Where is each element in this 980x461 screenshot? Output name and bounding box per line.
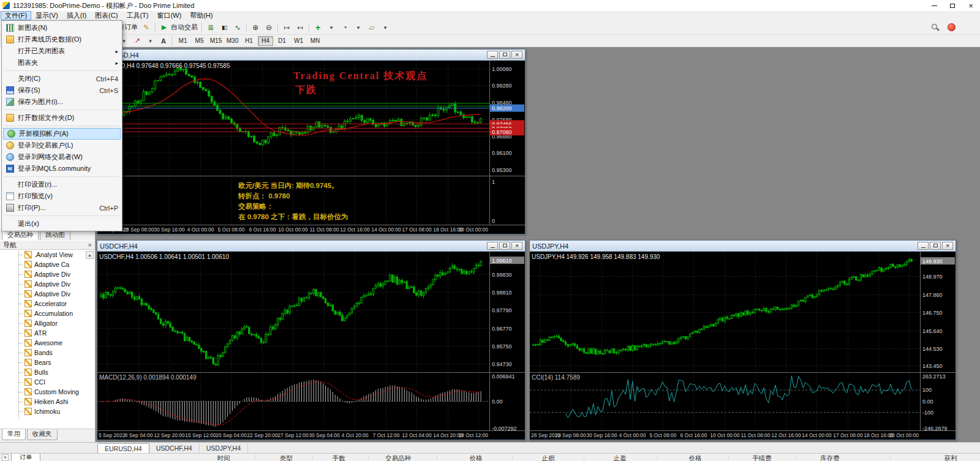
- timeframe-d1-button[interactable]: D1: [274, 36, 290, 46]
- chart-tab-usdjpy-h4[interactable]: USDJPY,H4: [200, 443, 248, 453]
- menu-item-0[interactable]: 文件(F): [1, 11, 31, 20]
- eurusd-chart[interactable]: 1.000800.992800.984800.976800.968800.961…: [97, 61, 525, 234]
- dropdown-arrow-button[interactable]: [144, 36, 157, 46]
- navigator-item[interactable]: Bulls: [0, 367, 95, 377]
- notification-badge-icon[interactable]: [948, 23, 956, 31]
- menu-item-5[interactable]: 窗口(W): [153, 11, 186, 20]
- restore-button[interactable]: [943, 0, 962, 11]
- chart-tab-eurusd-h4[interactable]: EURUSD,H4: [97, 443, 149, 453]
- chart-close-button[interactable]: [511, 51, 522, 59]
- navigator-item[interactable]: Ichimoku: [0, 407, 95, 416]
- file-menu-item-15[interactable]: 退出(x): [2, 218, 122, 230]
- metaeditor-button[interactable]: [140, 21, 153, 34]
- navigator-item[interactable]: .Analyst View: [0, 250, 95, 260]
- navigator-item[interactable]: Adaptive Ca: [0, 260, 95, 269]
- file-menu-item-10[interactable]: 登录到网络交易者(W): [2, 151, 122, 163]
- chart-close-button[interactable]: [942, 242, 953, 250]
- timeframe-m1-button[interactable]: M1: [175, 36, 190, 46]
- window-titlebar[interactable]: 112391985: DooPrime-Demo - 模拟帐户 - Doo Pr…: [0, 0, 980, 11]
- dropdown-arrow-button[interactable]: [379, 21, 392, 34]
- timeframe-m15-button[interactable]: M15: [208, 36, 224, 46]
- navigator-item[interactable]: ATR: [0, 328, 95, 338]
- usdjpy-window-titlebar[interactable]: USDJPY,H4: [530, 241, 956, 252]
- eurusd-chart-canvas[interactable]: 1.000800.992800.984800.976800.968800.961…: [97, 61, 525, 234]
- eurusd-window-titlebar[interactable]: EURUSD,H4: [97, 50, 525, 61]
- timeframe-h1-button[interactable]: H1: [241, 36, 257, 46]
- navigator-tab-0[interactable]: 常用: [2, 429, 26, 440]
- navigator-item[interactable]: Accelerator: [0, 299, 95, 309]
- navigator-close-button[interactable]: ×: [88, 242, 92, 249]
- scroll-up-button[interactable]: [86, 251, 94, 259]
- usdjpy-chart-canvas[interactable]: 148.970147.860146.750145.640144.530143.4…: [530, 252, 956, 440]
- timeframe-mn-button[interactable]: MN: [307, 36, 323, 46]
- menu-item-6[interactable]: 帮助(H): [186, 11, 217, 20]
- navigator-item[interactable]: Adaptive Div: [0, 279, 95, 289]
- chart-minimize-button[interactable]: [487, 242, 498, 250]
- file-menu-item-4[interactable]: 关闭(C)Ctrl+F4: [2, 73, 122, 84]
- chart-minimize-button[interactable]: [487, 51, 498, 59]
- usdchf-chart[interactable]: 0.998300.988100.977900.967700.957500.947…: [97, 252, 525, 440]
- navigator-item[interactable]: Custom Moving: [0, 387, 95, 397]
- navigator-item[interactable]: Adaptive Div: [0, 289, 95, 299]
- templates-button[interactable]: [365, 21, 379, 34]
- file-menu-item-6[interactable]: 保存为图片(i)...: [2, 96, 122, 108]
- timeframe-m30-button[interactable]: M30: [225, 36, 240, 46]
- dropdown-arrow-button[interactable]: [325, 21, 338, 34]
- file-menu-item-9[interactable]: 登录到交易账户(L): [2, 140, 122, 151]
- usdjpy-chart[interactable]: 148.970147.860146.750145.640144.530143.4…: [530, 252, 956, 440]
- navigator-item[interactable]: Bands: [0, 348, 95, 358]
- terminal-close-button[interactable]: [2, 454, 9, 461]
- zoom-in-button[interactable]: [249, 21, 262, 34]
- timeframe-m5-button[interactable]: M5: [192, 36, 207, 46]
- dropdown-arrow-button[interactable]: [352, 21, 365, 34]
- navigator-item[interactable]: Alligator: [0, 318, 95, 328]
- file-menu-item-14[interactable]: 打印(P)...Ctrl+P: [2, 202, 122, 214]
- menu-item-3[interactable]: 图表(C): [91, 11, 122, 20]
- line-chart-button[interactable]: [231, 21, 244, 34]
- auto-scroll-button[interactable]: [280, 21, 293, 34]
- indicators-button[interactable]: [311, 21, 325, 34]
- navigator-item[interactable]: Bears: [0, 358, 95, 367]
- file-menu-item-2[interactable]: 打开已关闭图表: [2, 45, 122, 57]
- menu-item-1[interactable]: 显示(V): [31, 11, 62, 20]
- file-menu-item-5[interactable]: 保存(S)Ctrl+S: [2, 84, 122, 96]
- usdchf-window-titlebar[interactable]: USDCHF,H4: [97, 241, 525, 252]
- file-menu-item-7[interactable]: 打开数据文件夹(D): [2, 112, 122, 124]
- file-menu-item-1[interactable]: 打开离线历史数据(O): [2, 34, 122, 45]
- chart-restore-button[interactable]: [930, 242, 941, 250]
- candlestick-chart-button[interactable]: [217, 21, 231, 34]
- menu-item-4[interactable]: 工具(T): [122, 11, 153, 20]
- navigator-item[interactable]: Awesome: [0, 338, 95, 348]
- file-menu-item-12[interactable]: 打印设置(r)...: [2, 179, 122, 190]
- navigator-item[interactable]: Accumulation: [0, 309, 95, 318]
- navigator-item[interactable]: Heiken Ashi: [0, 397, 95, 407]
- file-menu-item-13[interactable]: 打印预览(v): [2, 190, 122, 202]
- chart-restore-button[interactable]: [499, 51, 510, 59]
- timeframe-h4-button[interactable]: H4: [258, 36, 273, 46]
- file-menu-item-0[interactable]: 新图表(N): [2, 22, 122, 34]
- chart-restore-button[interactable]: [499, 242, 510, 250]
- timeframe-w1-button[interactable]: W1: [291, 36, 306, 46]
- navigator-tab-1[interactable]: 收藏夹: [27, 429, 58, 440]
- chart-close-button[interactable]: [511, 242, 522, 250]
- periods-button[interactable]: [338, 21, 352, 34]
- zoom-out-button[interactable]: [262, 21, 276, 34]
- file-menu-item-3[interactable]: 图表夹: [2, 57, 122, 69]
- chart-shift-button[interactable]: [293, 21, 307, 34]
- navigator-item[interactable]: CCI: [0, 377, 95, 387]
- text-button[interactable]: [157, 36, 170, 46]
- arrows-button[interactable]: [130, 36, 144, 46]
- usdchf-chart-canvas[interactable]: 0.998300.988100.977900.967700.957500.947…: [97, 252, 525, 440]
- minimize-button[interactable]: [925, 0, 943, 11]
- autotrading-button[interactable]: 自动交易: [157, 21, 200, 34]
- close-button[interactable]: [962, 0, 980, 11]
- file-menu-item-11[interactable]: 登录到MQL5.community: [2, 163, 122, 174]
- chart-tab-usdchf-h4[interactable]: USDCHF,H4: [149, 443, 200, 453]
- navigator-item[interactable]: Adaptive Div: [0, 269, 95, 279]
- terminal-tab-orders[interactable]: 订单: [11, 454, 40, 461]
- chart-minimize-button[interactable]: [918, 242, 929, 250]
- menu-item-2[interactable]: 插入(I): [62, 11, 91, 20]
- bar-chart-button[interactable]: [204, 21, 217, 34]
- search-icon[interactable]: [931, 23, 939, 31]
- file-menu-item-8[interactable]: 开新模拟帐户(A): [3, 128, 121, 140]
